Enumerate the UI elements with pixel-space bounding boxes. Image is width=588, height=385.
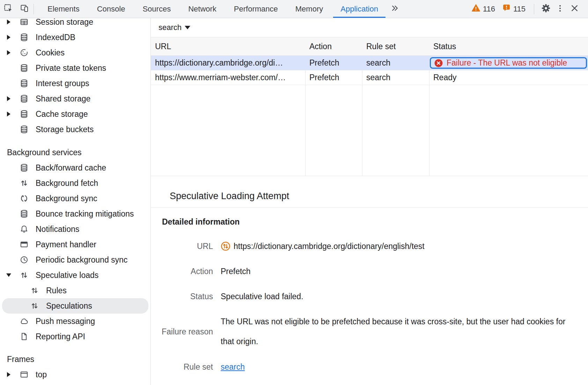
sidebar-item-label: Storage buckets bbox=[36, 125, 94, 134]
detail-value: Prefetch bbox=[221, 267, 251, 276]
settings-button[interactable] bbox=[538, 3, 554, 15]
expand-arrow-icon[interactable] bbox=[7, 20, 10, 24]
sidebar-item-notifications[interactable]: Notifications bbox=[0, 221, 150, 237]
detail-label: Status bbox=[151, 292, 213, 301]
column-header-status: Status bbox=[429, 37, 588, 55]
sidebar-item-cookies[interactable]: Cookies bbox=[0, 45, 150, 60]
detail-value: Speculative load failed. bbox=[221, 292, 303, 301]
panel-tabs: Elements Console Sources Network Perform… bbox=[39, 0, 403, 18]
ruleset-filter-dropdown[interactable]: search bbox=[159, 23, 190, 32]
sidebar-item-periodic-background-sync[interactable]: Periodic background sync bbox=[0, 252, 150, 267]
detail-row-action: Action Prefetch bbox=[151, 259, 588, 284]
sidebar-item-indexeddb[interactable]: IndexedDB bbox=[0, 30, 150, 45]
filter-selected-value: search bbox=[159, 23, 182, 32]
chevron-down-icon bbox=[185, 26, 190, 29]
tab-label: Console bbox=[97, 5, 125, 14]
detail-row-status: Status Speculative load failed. bbox=[151, 284, 588, 309]
table-grid-icon bbox=[20, 18, 29, 27]
sidebar-item-session-storage[interactable]: Session storage bbox=[0, 18, 150, 30]
sidebar-item-private-state-tokens[interactable]: Private state tokens bbox=[0, 60, 150, 76]
sidebar-item-label: Payment handler bbox=[36, 240, 96, 249]
toggle-device-toolbar-button[interactable] bbox=[16, 0, 32, 18]
sidebar-item-top-frame[interactable]: top bbox=[0, 367, 150, 382]
sidebar-item-storage-buckets[interactable]: Storage buckets bbox=[0, 122, 150, 137]
sidebar-item-label: Back/forward cache bbox=[36, 163, 106, 173]
tab-label: Memory bbox=[295, 5, 323, 14]
column-header-url: URL bbox=[151, 37, 305, 55]
expand-arrow-icon[interactable] bbox=[7, 96, 10, 101]
tab-performance[interactable]: Performance bbox=[225, 0, 287, 18]
cell-url: https://dictionary.cambridge.org/di… bbox=[151, 56, 305, 70]
frames-header: Frames bbox=[0, 352, 150, 367]
detailed-information-heading: Detailed information bbox=[162, 217, 588, 227]
database-icon bbox=[20, 209, 29, 218]
grid-row-speculation[interactable]: https://www.merriam-webster.com/… Prefet… bbox=[151, 70, 588, 85]
tab-elements[interactable]: Elements bbox=[39, 0, 88, 18]
sidebar-item-speculations[interactable]: Speculations bbox=[2, 298, 148, 314]
status-failure-text: Failure - The URL was not eligible bbox=[447, 58, 567, 68]
database-icon bbox=[20, 110, 29, 119]
expand-arrow-icon[interactable] bbox=[7, 50, 10, 55]
sidebar-item-push-messaging[interactable]: Push messaging bbox=[0, 314, 150, 329]
tab-application[interactable]: Application bbox=[332, 0, 387, 18]
tab-label: Sources bbox=[142, 5, 171, 14]
grid-row-speculation[interactable]: https://dictionary.cambridge.org/di… Pre… bbox=[151, 56, 588, 70]
column-header-rule-set: Rule set bbox=[362, 37, 429, 55]
issues-badge[interactable]: 115 bbox=[502, 3, 525, 14]
toolbar-right-cluster: 116 115 bbox=[471, 0, 588, 18]
sidebar-item-rules[interactable]: Rules bbox=[0, 283, 150, 298]
warning-count: 116 bbox=[483, 5, 495, 14]
status-cell-focus-ring[interactable]: Failure - The URL was not eligible bbox=[430, 57, 587, 69]
collapse-arrow-icon[interactable] bbox=[6, 273, 11, 277]
sidebar-item-label: Periodic background sync bbox=[36, 255, 127, 265]
sidebar-item-label: top bbox=[36, 370, 47, 379]
detail-label: URL bbox=[151, 242, 213, 251]
tab-network[interactable]: Network bbox=[179, 0, 225, 18]
sidebar-item-interest-groups[interactable]: Interest groups bbox=[0, 76, 150, 91]
payment-card-icon bbox=[20, 240, 29, 249]
tab-memory[interactable]: Memory bbox=[287, 0, 332, 18]
sidebar-item-label: Speculative loads bbox=[36, 271, 98, 280]
database-icon bbox=[20, 125, 29, 134]
application-sidebar: Session storage IndexedDB bbox=[0, 18, 151, 385]
up-down-arrows-icon bbox=[20, 271, 29, 280]
sidebar-item-label: Push messaging bbox=[36, 317, 95, 326]
details-report: Detailed information URL https://diction… bbox=[151, 207, 588, 379]
storage-tree: Session storage IndexedDB bbox=[0, 18, 150, 382]
cloud-icon bbox=[20, 317, 29, 326]
expand-arrow-icon[interactable] bbox=[7, 35, 10, 40]
inspect-element-button[interactable] bbox=[0, 0, 16, 18]
sidebar-item-bounce-tracking-mitigations[interactable]: Bounce tracking mitigations bbox=[0, 206, 150, 221]
sidebar-item-payment-handler[interactable]: Payment handler bbox=[0, 237, 150, 252]
detail-label: Action bbox=[151, 267, 213, 276]
sidebar-item-back-forward-cache[interactable]: Back/forward cache bbox=[0, 160, 150, 175]
tab-sources[interactable]: Sources bbox=[134, 0, 179, 18]
tab-console[interactable]: Console bbox=[88, 0, 134, 18]
database-icon bbox=[20, 79, 29, 88]
sidebar-item-speculative-loads[interactable]: Speculative loads bbox=[0, 267, 150, 283]
warnings-badge[interactable]: 116 bbox=[471, 3, 495, 15]
sidebar-item-cache-storage[interactable]: Cache storage bbox=[0, 106, 150, 122]
sidebar-item-label: Background sync bbox=[36, 194, 97, 203]
details-title: Speculative Loading Attempt bbox=[170, 191, 289, 202]
sidebar-item-label: IndexedDB bbox=[36, 33, 75, 42]
sidebar-item-shared-storage[interactable]: Shared storage bbox=[0, 91, 150, 106]
sidebar-item-background-sync[interactable]: Background sync bbox=[0, 191, 150, 206]
more-options-button[interactable] bbox=[554, 4, 566, 14]
expand-arrow-icon[interactable] bbox=[7, 372, 10, 377]
devtools-tabbar: Elements Console Sources Network Perform… bbox=[0, 0, 588, 18]
cell-action: Prefetch bbox=[305, 70, 362, 85]
rule-set-link[interactable]: search bbox=[221, 362, 245, 372]
speculative-load-orange-icon bbox=[221, 241, 230, 251]
sidebar-item-reporting-api[interactable]: Reporting API bbox=[0, 329, 150, 344]
cookie-icon bbox=[20, 48, 29, 57]
expand-arrow-icon[interactable] bbox=[7, 112, 10, 116]
sidebar-item-background-fetch[interactable]: Background fetch bbox=[0, 175, 150, 191]
more-tabs-button[interactable] bbox=[387, 0, 403, 18]
tab-label: Network bbox=[188, 5, 216, 14]
detail-label: Failure reason bbox=[151, 327, 213, 337]
clock-icon bbox=[20, 255, 29, 264]
database-icon bbox=[20, 163, 29, 172]
close-devtools-button[interactable] bbox=[566, 3, 582, 14]
detail-value: The URL was not eligible to be prefetche… bbox=[221, 312, 570, 352]
